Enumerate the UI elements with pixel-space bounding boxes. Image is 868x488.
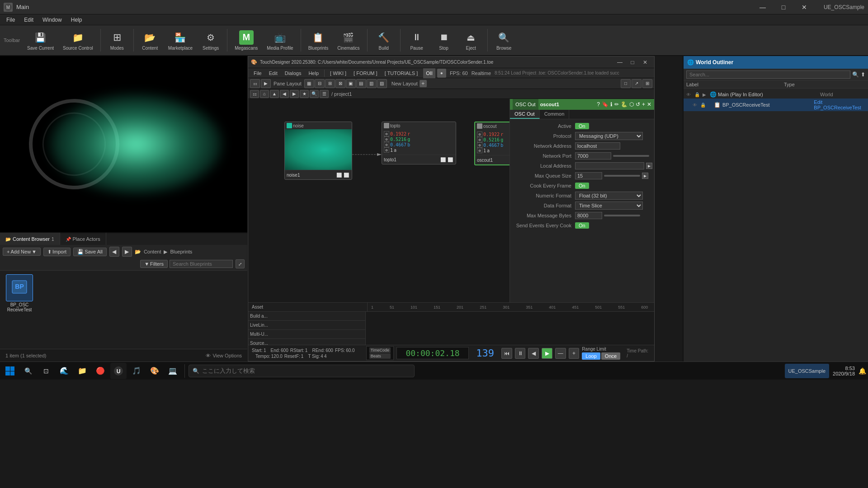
prop-network-address-input[interactable]: [575, 142, 620, 150]
td-minimize-btn[interactable]: —: [613, 56, 626, 68]
taskbar-search-bar[interactable]: 🔍: [189, 365, 415, 377]
pause-button[interactable]: ⏸ Pause: [404, 27, 429, 54]
prop-cook-every-frame-btn[interactable]: On: [575, 183, 589, 189]
wo-sort-icon[interactable]: ⬆: [861, 71, 865, 78]
osc-close-icon[interactable]: ✕: [647, 101, 651, 108]
td-once-button[interactable]: Once: [601, 352, 620, 360]
taskbar-chrome-icon[interactable]: 🔴: [92, 363, 108, 379]
td-transport-pause[interactable]: ⏸: [515, 348, 526, 359]
wo-item-bp-osc[interactable]: 👁 🔒 📋 BP_OSCReceiveTest Edit BP_OSCRecei…: [684, 99, 868, 111]
osc-node-icon[interactable]: ⬡: [629, 101, 634, 108]
td-node-oscout1[interactable]: oscout ⚙ 0.1922 r ⚙ 0.5216 g: [474, 122, 509, 165]
td-wiki-link[interactable]: [ WIKI ]: [326, 68, 350, 78]
taskbar-start-icon[interactable]: [2, 363, 18, 379]
close-button[interactable]: ✕: [794, 0, 815, 14]
content-button[interactable]: 📂 Content: [137, 27, 163, 54]
asset-bp-osc[interactable]: BP BP_OSCReceiveTest: [4, 274, 35, 312]
td-path-back[interactable]: ◀: [280, 90, 289, 98]
td-layout-btn-5[interactable]: ▣: [346, 79, 356, 88]
menu-window[interactable]: Window: [38, 14, 66, 25]
prop-local-address-btn[interactable]: ▶: [646, 163, 652, 169]
td-oi-extra-btn[interactable]: ●: [437, 69, 446, 78]
menu-help[interactable]: Help: [66, 14, 87, 25]
td-topto1-connector-l[interactable]: ⬜: [439, 156, 447, 163]
taskbar-vsc-icon[interactable]: 💻: [165, 363, 181, 379]
td-layout-btn-4[interactable]: ⊠: [335, 79, 345, 88]
prop-protocol-select[interactable]: Messaging (UDP): [575, 132, 643, 140]
td-path-bookmark[interactable]: ★: [300, 90, 309, 98]
td-path-search[interactable]: 🔍: [310, 90, 319, 98]
td-path-up[interactable]: ▲: [270, 90, 279, 98]
td-layout-btn-8[interactable]: ▨: [377, 79, 387, 88]
stop-button[interactable]: ⏹ Stop: [431, 27, 457, 54]
view-options-button[interactable]: 👁 View Options: [206, 353, 242, 358]
td-frame-btn-2[interactable]: ↗: [632, 79, 642, 88]
add-new-button[interactable]: + Add New ▼: [3, 248, 41, 256]
td-close-btn[interactable]: ✕: [639, 56, 651, 68]
maximize-button[interactable]: □: [773, 0, 794, 14]
prop-max-queue-slider[interactable]: [604, 175, 640, 177]
td-transport-prev-frame[interactable]: ◀: [528, 348, 539, 359]
osc-info-icon[interactable]: ℹ: [610, 101, 613, 108]
td-loop-button[interactable]: Loop: [582, 352, 600, 360]
td-node-noise1-connector-r[interactable]: ⬜: [343, 171, 350, 178]
td-transport-play[interactable]: ▶: [542, 348, 552, 359]
td-forum-link[interactable]: [ FORUM ]: [350, 68, 381, 78]
prop-max-message-bytes-slider[interactable]: [604, 215, 640, 216]
td-maximize-btn[interactable]: □: [626, 56, 639, 68]
wo-expand-1[interactable]: ▶: [703, 92, 708, 97]
td-oi-btn[interactable]: OII: [423, 68, 435, 78]
taskbar-ue-app-button[interactable]: UE_OSCSample: [785, 364, 830, 378]
menu-file[interactable]: File: [2, 14, 19, 25]
prop-network-port-input[interactable]: [575, 152, 611, 160]
td-layout-btn-1[interactable]: ▦: [304, 79, 314, 88]
prop-network-port-slider[interactable]: [613, 155, 649, 157]
prop-numeric-format-select[interactable]: Float (32 bit): [575, 192, 643, 200]
td-layout-btn-2[interactable]: ⊟: [315, 79, 325, 88]
osc-edit-icon[interactable]: ✏: [614, 101, 619, 108]
td-transport-next-frame[interactable]: —: [555, 348, 566, 359]
osc-add-icon[interactable]: +: [642, 101, 645, 108]
marketplace-button[interactable]: 🏪 Marketplace: [165, 27, 196, 54]
osc-help-icon[interactable]: ?: [597, 101, 600, 108]
td-tutorials-link[interactable]: [ TUTORIALS ]: [381, 68, 422, 78]
prop-max-queue-input[interactable]: [575, 172, 602, 179]
prop-active-on-btn[interactable]: On: [575, 123, 589, 129]
build-button[interactable]: 🔨 Build: [371, 27, 396, 54]
settings-button[interactable]: ⚙ Settings: [198, 27, 223, 54]
td-layout-expand[interactable]: ▶: [261, 79, 271, 88]
td-menu-dialogs[interactable]: Dialogs: [281, 68, 305, 78]
taskbar-td-icon[interactable]: 🎨: [146, 363, 163, 379]
wo-edit-link[interactable]: Edit BP_OSCReceiveTest: [814, 99, 865, 110]
osc-refresh-icon[interactable]: ↺: [636, 101, 640, 108]
td-layout-btn-6[interactable]: ▤: [356, 79, 366, 88]
nav-forward-button[interactable]: ▶: [122, 247, 132, 257]
td-timeline-right[interactable]: [366, 312, 654, 345]
osc-tab-osc-out[interactable]: OSC Out: [510, 110, 540, 119]
osc-python-icon[interactable]: 🐍: [621, 101, 627, 108]
taskbar-ue4-icon[interactable]: U: [110, 363, 127, 379]
eject-button[interactable]: ⏏ Eject: [458, 27, 484, 54]
osc-tab-common[interactable]: Common: [540, 110, 570, 119]
cinematics-button[interactable]: 🎬 Cinematics: [334, 27, 363, 54]
td-layout-btn-3[interactable]: ⊞: [325, 79, 335, 88]
td-network[interactable]: noise noise1 ⬜ ⬜: [248, 99, 509, 302]
save-current-button[interactable]: 💾 Save Current: [24, 27, 57, 54]
browse-button[interactable]: 🔍 Browse: [491, 27, 517, 54]
td-transport-plus[interactable]: +: [569, 348, 580, 359]
td-layout-toggle[interactable]: ⚏: [250, 79, 260, 88]
td-menu-help[interactable]: Help: [305, 68, 322, 78]
blueprints-button[interactable]: 📋 Blueprints: [305, 27, 332, 54]
place-actors-tab[interactable]: 📌 Place Actors: [60, 233, 106, 245]
prop-local-address-input[interactable]: [575, 162, 644, 169]
taskbar-edge-icon[interactable]: 🌊: [56, 363, 72, 379]
td-frame-btn-1[interactable]: □: [621, 79, 631, 88]
content-browser-tab[interactable]: 📂 Content Browser 1: [0, 233, 60, 245]
taskbar-taskview-icon[interactable]: ⊡: [38, 363, 54, 379]
td-menu-edit[interactable]: Edit: [265, 68, 281, 78]
td-layout-btn-7[interactable]: ▥: [367, 79, 377, 88]
td-node-noise1[interactable]: noise noise1 ⬜ ⬜: [284, 122, 352, 180]
td-path-menu[interactable]: ☰: [320, 90, 329, 98]
taskbar-app5-icon[interactable]: 🎵: [128, 363, 145, 379]
td-path-forward[interactable]: ▶: [290, 90, 299, 98]
